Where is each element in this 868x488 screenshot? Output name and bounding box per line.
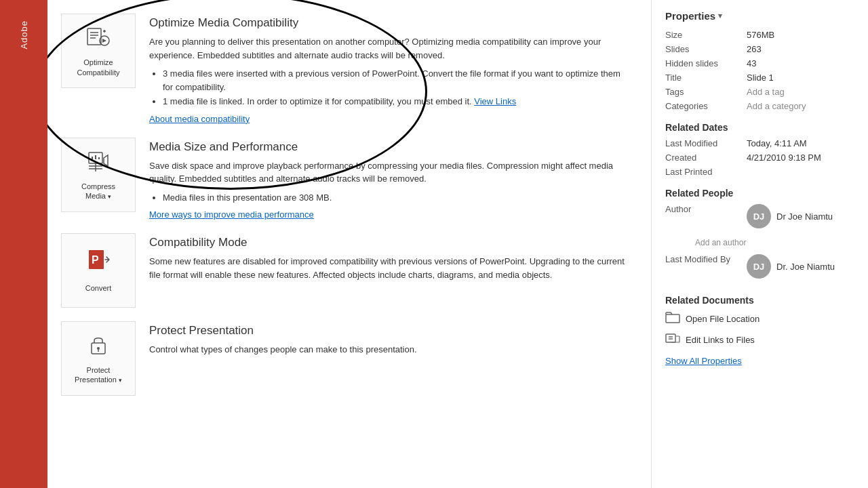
open-file-location-link[interactable]: Open File Location [665, 311, 854, 327]
optimize-content: Optimize Media Compatibility Are you pla… [149, 14, 631, 124]
convert-icon: P [85, 247, 112, 279]
sidebar-label: Adobe [19, 20, 29, 49]
compress-icon [86, 148, 111, 178]
properties-chevron: ▾ [718, 12, 722, 20]
prop-created: Created 4/21/2010 9:18 PM [665, 152, 854, 163]
compress-bullets: Media files in this presentation are 308… [149, 191, 631, 205]
prop-title: Title Slide 1 [665, 73, 854, 83]
right-panel: Properties ▾ Size 576MB Slides 263 Hidde… [651, 0, 868, 488]
prop-last-modified: Last Modified Today, 4:11 AM [665, 138, 854, 148]
optimize-title: Optimize Media Compatibility [149, 16, 631, 30]
related-docs-header: Related Documents [665, 295, 854, 306]
properties-header: Properties ▾ [665, 10, 854, 22]
show-all-properties-link[interactable]: Show All Properties [665, 356, 854, 366]
about-media-compat-link[interactable]: About media compatibility [149, 114, 250, 124]
protect-label: ProtectPresentation ▾ [75, 365, 122, 385]
add-author-link[interactable]: Add an author [695, 238, 854, 247]
compress-bullet-1: Media files in this presentation are 308… [163, 191, 631, 205]
related-docs-section: Related Documents Open File Location Edi… [665, 295, 854, 366]
related-dates-header: Related Dates [665, 122, 854, 133]
related-people-section: Related People Author DJ Dr Joe Niamtu A… [665, 188, 854, 284]
link-icon [665, 332, 680, 348]
prop-slides: Slides 263 [665, 44, 854, 54]
svg-rect-21 [666, 334, 675, 342]
more-ways-link[interactable]: More ways to improve media performance [149, 209, 314, 220]
svg-point-18 [97, 347, 100, 350]
convert-section: P Convert Compatibility Mode Some new fe… [61, 233, 631, 308]
author-avatar: DJ [747, 204, 771, 228]
optimize-label: Optimize Compatibility [62, 58, 135, 77]
protect-title: Protect Presentation [149, 324, 631, 338]
author-person-row: DJ Dr Joe Niamtu [747, 204, 833, 228]
related-people-header: Related People [665, 188, 854, 199]
compress-label: CompressMedia ▾ [81, 182, 115, 201]
related-dates-section: Related Dates Last Modified Today, 4:11 … [665, 122, 854, 177]
optimize-bullet-1: 3 media files were inserted with a previ… [163, 67, 631, 94]
prop-last-printed: Last Printed [665, 167, 854, 177]
prop-size: Size 576MB [665, 30, 854, 40]
convert-desc: Some new features are disabled for impro… [149, 255, 631, 281]
prop-categories[interactable]: Categories Add a category [665, 101, 854, 111]
author-row: Author DJ Dr Joe Niamtu [665, 204, 854, 234]
optimize-icon [86, 24, 111, 54]
folder-icon [665, 311, 680, 327]
optimize-bullets: 3 media files were inserted with a previ… [149, 67, 631, 108]
last-modified-avatar: DJ [747, 254, 771, 279]
last-modified-by-row: Last Modified By DJ Dr. Joe Niamtu [665, 254, 854, 284]
prop-tags[interactable]: Tags Add a tag [665, 87, 854, 97]
compress-content: Media Size and Performance Save disk spa… [149, 138, 631, 220]
compress-section: CompressMedia ▾ Media Size and Performan… [61, 138, 631, 220]
compress-icon-box[interactable]: CompressMedia ▾ [61, 138, 136, 212]
protect-desc: Control what types of changes people can… [149, 343, 631, 357]
compress-title: Media Size and Performance [149, 140, 631, 154]
convert-content: Compatibility Mode Some new features are… [149, 233, 631, 308]
sidebar: Adobe [0, 0, 47, 488]
edit-links-label: Edit Links to Files [686, 335, 755, 345]
svg-rect-0 [87, 28, 101, 45]
view-links-link[interactable]: View Links [474, 96, 516, 106]
main-content: Optimize Compatibility Optimize Media Co… [47, 0, 651, 488]
property-rows: Size 576MB Slides 263 Hidden slides 43 T… [665, 30, 854, 111]
edit-links-link[interactable]: Edit Links to Files [665, 332, 854, 348]
last-modified-name: Dr. Joe Niamtu [776, 262, 835, 272]
last-modified-person-row: DJ Dr. Joe Niamtu [747, 254, 835, 279]
optimize-desc: Are you planning to deliver this present… [149, 35, 631, 62]
protect-icon [86, 332, 111, 361]
optimize-bullet-2: 1 media file is linked. In order to opti… [163, 95, 631, 108]
svg-text:P: P [92, 254, 99, 266]
svg-marker-5 [102, 39, 106, 43]
convert-icon-box[interactable]: P Convert [61, 233, 136, 308]
convert-title: Compatibility Mode [149, 236, 631, 249]
author-name: Dr Joe Niamtu [776, 211, 833, 222]
protect-icon-box[interactable]: ProtectPresentation ▾ [61, 321, 136, 396]
optimize-section: Optimize Compatibility Optimize Media Co… [61, 14, 631, 124]
prop-hidden-slides: Hidden slides 43 [665, 58, 854, 68]
optimize-icon-box[interactable]: Optimize Compatibility [61, 14, 136, 88]
convert-label: Convert [85, 283, 112, 293]
compress-desc: Save disk space and improve playback per… [149, 159, 631, 186]
svg-rect-20 [666, 314, 679, 323]
protect-content: Protect Presentation Control what types … [149, 321, 631, 396]
open-file-location-label: Open File Location [686, 314, 760, 324]
protect-section: ProtectPresentation ▾ Protect Presentati… [61, 321, 631, 396]
